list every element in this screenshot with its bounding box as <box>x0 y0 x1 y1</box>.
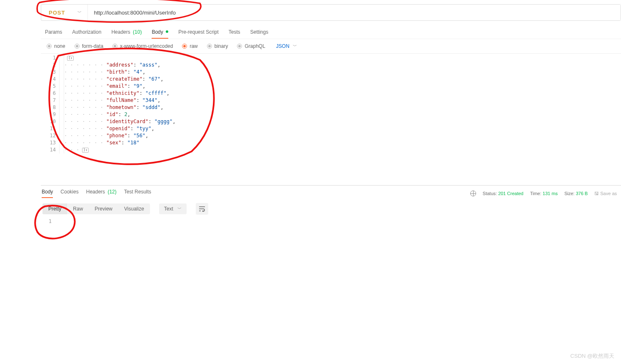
globe-icon[interactable] <box>470 191 476 196</box>
view-raw[interactable]: Raw <box>67 203 89 214</box>
body-type-urlencoded[interactable]: x-www-form-urlencoded <box>112 43 173 49</box>
request-body-editor[interactable]: 1234567891011121314 {↕· · · · · · · "add… <box>41 54 621 154</box>
view-pretty[interactable]: Pretty <box>42 203 67 214</box>
watermark: CSDN @欧然雨天 <box>570 352 614 360</box>
tab-params[interactable]: Params <box>45 29 62 38</box>
headers-count: (10) <box>133 29 142 35</box>
size-block: Size: 376 B <box>564 191 588 196</box>
http-method-label: POST <box>49 10 65 16</box>
body-type-binary[interactable]: binary <box>207 43 228 49</box>
view-visualize[interactable]: Visualize <box>118 203 150 214</box>
chevron-down-icon: ﹀ <box>293 43 297 49</box>
response-body-editor[interactable]: 1 <box>41 218 621 225</box>
tab-authorization[interactable]: Authorization <box>72 29 101 38</box>
tab-settings[interactable]: Settings <box>250 29 268 38</box>
request-tabs: Params Authorization Headers (10) Body P… <box>41 23 621 38</box>
view-mode-segmented: Pretty Raw Preview Visualize <box>42 203 150 214</box>
response-header: Body Cookies Headers (12) Test Results S… <box>41 186 621 198</box>
view-preview[interactable]: Preview <box>89 203 118 214</box>
status-block: Status: 201 Created <box>483 191 524 196</box>
response-format-dropdown[interactable]: Text ﹀ <box>159 203 187 214</box>
http-method-dropdown[interactable]: POST ﹀ <box>41 5 88 20</box>
response-tabs: Body Cookies Headers (12) Test Results <box>41 189 151 198</box>
url-input[interactable] <box>88 5 621 20</box>
resp-tab-test-results[interactable]: Test Results <box>124 189 151 198</box>
body-type-graphql[interactable]: GraphQL <box>237 43 265 49</box>
resp-tab-body[interactable]: Body <box>42 189 53 198</box>
chevron-down-icon: ﹀ <box>177 206 182 212</box>
code-area[interactable] <box>55 218 621 225</box>
tab-headers-label: Headers <box>111 29 130 35</box>
response-meta: Status: 201 Created Time: 131 ms Size: 3… <box>470 191 617 196</box>
body-type-form-data[interactable]: form-data <box>75 43 103 49</box>
line-gutter: 1234567891011121314 <box>41 54 59 154</box>
modified-dot-icon <box>166 30 168 33</box>
line-gutter: 1 <box>41 218 55 225</box>
body-language-dropdown[interactable]: JSON ﹀ <box>276 43 297 49</box>
resp-tab-headers[interactable]: Headers (12) <box>86 189 117 198</box>
tab-body[interactable]: Body <box>152 29 168 38</box>
fold-column <box>59 54 64 154</box>
chevron-down-icon: ﹀ <box>77 10 82 15</box>
save-response-button[interactable]: 🖫 Save as <box>594 191 617 196</box>
body-type-row: none form-data x-www-form-urlencoded raw… <box>41 39 621 54</box>
tab-headers[interactable]: Headers (10) <box>111 29 142 38</box>
time-block: Time: 131 ms <box>530 191 558 196</box>
code-area[interactable]: {↕· · · · · · · "address": "asss",· · · … <box>64 54 621 154</box>
tab-body-label: Body <box>152 29 163 35</box>
resp-tab-cookies[interactable]: Cookies <box>60 189 78 198</box>
request-url-bar: POST ﹀ <box>41 4 621 21</box>
tab-tests[interactable]: Tests <box>229 29 240 38</box>
wrap-lines-button[interactable] <box>196 203 208 215</box>
body-type-raw[interactable]: raw <box>182 43 197 49</box>
body-language-label: JSON <box>276 43 289 49</box>
response-view-controls: Pretty Raw Preview Visualize Text ﹀ <box>41 198 621 218</box>
body-type-none[interactable]: none <box>47 43 65 49</box>
tab-prerequest[interactable]: Pre-request Script <box>178 29 219 38</box>
